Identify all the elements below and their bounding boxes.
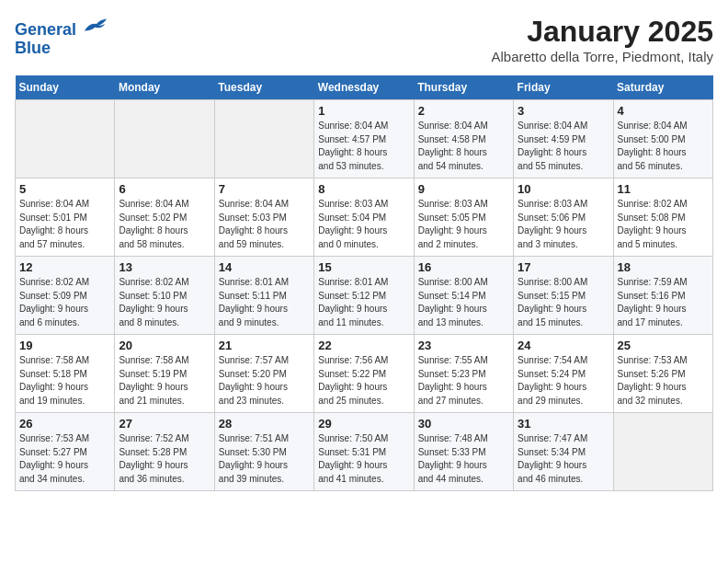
day-info: Sunrise: 8:00 AM Sunset: 5:14 PM Dayligh… xyxy=(418,276,509,329)
logo-bird-icon xyxy=(83,15,108,35)
weekday-header-saturday: Saturday xyxy=(613,75,712,100)
calendar-cell xyxy=(115,100,214,178)
calendar-cell: 22Sunrise: 7:56 AM Sunset: 5:22 PM Dayli… xyxy=(314,335,414,413)
calendar-cell: 2Sunrise: 8:04 AM Sunset: 4:58 PM Daylig… xyxy=(414,100,513,178)
day-info: Sunrise: 7:51 AM Sunset: 5:30 PM Dayligh… xyxy=(219,432,310,486)
calendar-cell: 27Sunrise: 7:52 AM Sunset: 5:28 PM Dayli… xyxy=(115,413,214,491)
day-number: 13 xyxy=(119,260,210,274)
calendar-cell: 28Sunrise: 7:51 AM Sunset: 5:30 PM Dayli… xyxy=(214,413,313,491)
day-info: Sunrise: 7:53 AM Sunset: 5:26 PM Dayligh… xyxy=(618,354,709,408)
day-number: 19 xyxy=(19,339,110,352)
day-info: Sunrise: 8:04 AM Sunset: 4:58 PM Dayligh… xyxy=(418,120,509,173)
day-number: 15 xyxy=(318,260,409,274)
day-number: 28 xyxy=(219,417,310,431)
day-number: 7 xyxy=(219,182,310,196)
day-number: 3 xyxy=(518,104,609,118)
logo-text: General Blue xyxy=(15,15,108,58)
day-info: Sunrise: 7:55 AM Sunset: 5:23 PM Dayligh… xyxy=(418,354,509,408)
day-number: 31 xyxy=(518,417,609,431)
calendar-cell: 7Sunrise: 8:04 AM Sunset: 5:03 PM Daylig… xyxy=(214,178,313,257)
weekday-header-tuesday: Tuesday xyxy=(214,75,313,100)
calendar-cell: 24Sunrise: 7:54 AM Sunset: 5:24 PM Dayli… xyxy=(514,335,613,413)
day-number: 30 xyxy=(418,417,509,431)
day-number: 27 xyxy=(119,417,210,431)
day-info: Sunrise: 7:58 AM Sunset: 5:18 PM Dayligh… xyxy=(19,354,110,408)
weekday-header-sunday: Sunday xyxy=(16,75,115,100)
day-info: Sunrise: 8:02 AM Sunset: 5:08 PM Dayligh… xyxy=(618,198,709,251)
calendar-cell: 4Sunrise: 8:04 AM Sunset: 5:00 PM Daylig… xyxy=(613,100,712,178)
day-info: Sunrise: 8:03 AM Sunset: 5:06 PM Dayligh… xyxy=(518,198,609,251)
day-number: 12 xyxy=(19,260,110,274)
calendar-cell: 25Sunrise: 7:53 AM Sunset: 5:26 PM Dayli… xyxy=(613,335,712,413)
calendar-cell: 20Sunrise: 7:58 AM Sunset: 5:19 PM Dayli… xyxy=(115,335,214,413)
day-number: 29 xyxy=(318,417,409,431)
weekday-header-friday: Friday xyxy=(514,75,613,100)
weekday-header-wednesday: Wednesday xyxy=(314,75,414,100)
calendar-cell: 5Sunrise: 8:04 AM Sunset: 5:01 PM Daylig… xyxy=(16,178,115,257)
day-number: 23 xyxy=(418,339,509,352)
day-number: 20 xyxy=(119,339,210,352)
day-number: 10 xyxy=(518,182,609,196)
calendar-cell: 8Sunrise: 8:03 AM Sunset: 5:04 PM Daylig… xyxy=(314,178,414,257)
day-info: Sunrise: 8:04 AM Sunset: 4:59 PM Dayligh… xyxy=(518,120,609,173)
day-number: 24 xyxy=(518,339,609,352)
day-info: Sunrise: 7:56 AM Sunset: 5:22 PM Dayligh… xyxy=(318,354,409,408)
calendar-header: SundayMondayTuesdayWednesdayThursdayFrid… xyxy=(16,75,713,100)
calendar-week-2: 5Sunrise: 8:04 AM Sunset: 5:01 PM Daylig… xyxy=(16,178,713,257)
day-number: 25 xyxy=(618,339,709,352)
calendar-cell: 19Sunrise: 7:58 AM Sunset: 5:18 PM Dayli… xyxy=(16,335,115,413)
day-info: Sunrise: 8:04 AM Sunset: 4:57 PM Dayligh… xyxy=(318,120,409,173)
day-number: 2 xyxy=(418,104,509,118)
day-info: Sunrise: 7:57 AM Sunset: 5:20 PM Dayligh… xyxy=(219,354,310,408)
day-number: 8 xyxy=(318,182,409,196)
calendar-cell xyxy=(16,100,115,178)
calendar-week-5: 26Sunrise: 7:53 AM Sunset: 5:27 PM Dayli… xyxy=(16,413,713,491)
day-info: Sunrise: 8:02 AM Sunset: 5:09 PM Dayligh… xyxy=(19,276,110,329)
page-header: General Blue January 2025 Albaretto dell… xyxy=(15,15,713,64)
day-number: 26 xyxy=(19,417,110,431)
day-number: 14 xyxy=(219,260,310,274)
logo: General Blue xyxy=(15,15,108,58)
calendar-cell xyxy=(613,413,712,491)
calendar-cell: 1Sunrise: 8:04 AM Sunset: 4:57 PM Daylig… xyxy=(314,100,414,178)
day-info: Sunrise: 8:00 AM Sunset: 5:15 PM Dayligh… xyxy=(518,276,609,329)
day-info: Sunrise: 8:01 AM Sunset: 5:12 PM Dayligh… xyxy=(318,276,409,329)
day-info: Sunrise: 7:53 AM Sunset: 5:27 PM Dayligh… xyxy=(19,432,110,486)
calendar-cell: 10Sunrise: 8:03 AM Sunset: 5:06 PM Dayli… xyxy=(514,178,613,257)
day-number: 16 xyxy=(418,260,509,274)
weekday-header-thursday: Thursday xyxy=(414,75,513,100)
calendar-week-3: 12Sunrise: 8:02 AM Sunset: 5:09 PM Dayli… xyxy=(16,257,713,335)
day-info: Sunrise: 7:50 AM Sunset: 5:31 PM Dayligh… xyxy=(318,432,409,486)
calendar-cell: 14Sunrise: 8:01 AM Sunset: 5:11 PM Dayli… xyxy=(214,257,313,335)
calendar-cell: 30Sunrise: 7:48 AM Sunset: 5:33 PM Dayli… xyxy=(414,413,513,491)
logo-blue: Blue xyxy=(15,39,51,57)
title-block: January 2025 Albaretto della Torre, Pied… xyxy=(491,15,713,64)
day-info: Sunrise: 8:04 AM Sunset: 5:01 PM Dayligh… xyxy=(19,198,110,251)
calendar-cell: 3Sunrise: 8:04 AM Sunset: 4:59 PM Daylig… xyxy=(514,100,613,178)
calendar-week-4: 19Sunrise: 7:58 AM Sunset: 5:18 PM Dayli… xyxy=(16,335,713,413)
location: Albaretto della Torre, Piedmont, Italy xyxy=(491,49,713,64)
day-info: Sunrise: 8:01 AM Sunset: 5:11 PM Dayligh… xyxy=(219,276,310,329)
weekday-row: SundayMondayTuesdayWednesdayThursdayFrid… xyxy=(16,75,713,100)
day-number: 4 xyxy=(618,104,709,118)
day-info: Sunrise: 8:03 AM Sunset: 5:04 PM Dayligh… xyxy=(318,198,409,251)
calendar-cell: 21Sunrise: 7:57 AM Sunset: 5:20 PM Dayli… xyxy=(214,335,313,413)
day-info: Sunrise: 7:47 AM Sunset: 5:34 PM Dayligh… xyxy=(518,432,609,486)
calendar-cell xyxy=(214,100,313,178)
day-info: Sunrise: 7:48 AM Sunset: 5:33 PM Dayligh… xyxy=(418,432,509,486)
calendar-cell: 9Sunrise: 8:03 AM Sunset: 5:05 PM Daylig… xyxy=(414,178,513,257)
day-info: Sunrise: 8:04 AM Sunset: 5:00 PM Dayligh… xyxy=(618,120,709,173)
calendar-cell: 18Sunrise: 7:59 AM Sunset: 5:16 PM Dayli… xyxy=(613,257,712,335)
day-info: Sunrise: 7:54 AM Sunset: 5:24 PM Dayligh… xyxy=(518,354,609,408)
day-number: 21 xyxy=(219,339,310,352)
month-title: January 2025 xyxy=(491,15,713,49)
calendar-week-1: 1Sunrise: 8:04 AM Sunset: 4:57 PM Daylig… xyxy=(16,100,713,178)
calendar-cell: 13Sunrise: 8:02 AM Sunset: 5:10 PM Dayli… xyxy=(115,257,214,335)
day-info: Sunrise: 8:02 AM Sunset: 5:10 PM Dayligh… xyxy=(119,276,210,329)
day-number: 6 xyxy=(119,182,210,196)
calendar-cell: 31Sunrise: 7:47 AM Sunset: 5:34 PM Dayli… xyxy=(514,413,613,491)
calendar-cell: 26Sunrise: 7:53 AM Sunset: 5:27 PM Dayli… xyxy=(16,413,115,491)
calendar-body: 1Sunrise: 8:04 AM Sunset: 4:57 PM Daylig… xyxy=(16,100,713,491)
day-number: 9 xyxy=(418,182,509,196)
day-number: 11 xyxy=(618,182,709,196)
